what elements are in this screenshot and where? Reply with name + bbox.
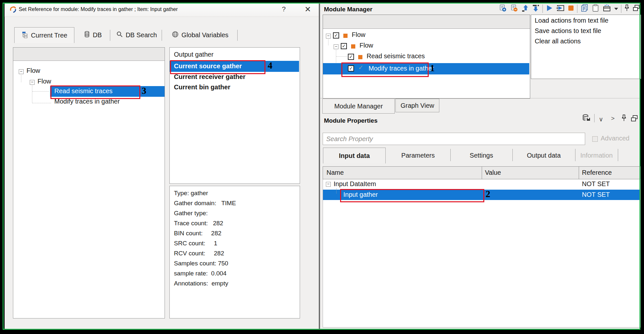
column-header-name[interactable]: Name [327,169,344,176]
callout-number-1: 1 [430,63,435,73]
tab-input-data[interactable]: Input data [323,148,386,163]
dropdown-arrow-icon[interactable] [614,8,618,10]
tab-separator [450,149,451,161]
run-selected-icon[interactable] [556,4,565,13]
tab-label: Settings [470,152,493,159]
chevron-down-icon[interactable]: ∨ [599,116,603,123]
mm-tree-item-flow-2[interactable]: Flow [360,42,373,49]
tab-graph-view[interactable]: Graph View [395,99,439,112]
mm-tree-item-read-seismic-traces[interactable]: Read seismic traces [367,52,425,60]
row-input-gather-name: Input gather [343,191,378,198]
expander-flow-1[interactable] [19,69,24,74]
list-item-current-bin-gather[interactable]: Current bin gather [174,84,230,91]
tab-separator [512,149,513,161]
tree-panel-header [13,48,165,61]
menu-item-save-actions[interactable]: Save actions to text file [535,27,601,35]
tab-label: Graph View [401,102,434,109]
advanced-checkbox[interactable] [592,136,598,142]
info-gather-domain: Gather domain: TIME [174,200,236,207]
tab-module-manager[interactable]: Module Manager [322,99,395,114]
tab-current-tree[interactable]: Current Tree [14,27,74,43]
tab-db-search[interactable]: DB Search [113,28,160,41]
row-input-dataitem-name[interactable]: Input DataItem [334,180,376,188]
run-icon[interactable] [546,4,553,13]
module-marker-icon [351,44,355,49]
tab-label: Output data [527,152,561,159]
tab-settings[interactable]: Settings [451,149,512,162]
tab-label: Module Manager [334,103,383,110]
globe-icon [172,31,179,39]
tab-label: Information [580,152,613,159]
tab-separator [618,149,618,161]
tab-db[interactable]: DB [77,28,109,41]
list-item-output-gather[interactable]: Output gather [174,51,213,58]
checkbox-modify-traces[interactable] [348,65,354,72]
move-up-icon[interactable] [521,4,529,14]
tree-item-flow-1[interactable]: Flow [27,67,40,74]
database-save-icon[interactable] [582,114,591,124]
checkbox-mm-flow-1[interactable] [333,32,339,39]
tree-item-read-seismic-traces[interactable]: Read seismic traces [50,86,165,97]
list-item-current-receiver-gather[interactable]: Current receiver gather [174,73,245,81]
info-bin-count: BIN count: 282 [174,230,221,237]
tree-connector [32,103,51,103]
menu-item-clear-actions[interactable]: Clear all actions [535,38,581,45]
tab-label: Parameters [401,152,435,159]
paste-icon[interactable] [592,4,599,14]
close-button[interactable]: ✕ [305,5,311,14]
pin-icon[interactable] [624,4,629,14]
expander-input-dataitem[interactable] [326,182,331,187]
dialog-title: Set Reference for module: Modify traces … [19,6,178,12]
cascade-windows-icon[interactable] [630,115,638,124]
expander-mm-flow-1[interactable] [326,34,331,39]
callout-number-3: 3 [142,85,146,96]
checkbox-read-seismic-traces[interactable] [348,54,354,60]
stop-icon[interactable] [568,5,574,13]
info-trace-count: Trace count: 282 [174,220,223,227]
tab-output-data[interactable]: Output data [513,149,574,162]
toolbar-separator [621,5,621,13]
toolbar-separator [542,5,543,13]
tab-label: Global Variables [181,31,228,39]
tab-global-variables[interactable]: Global Variables [164,28,236,41]
tree-icon [21,31,28,39]
info-samples-count: Samples count: 750 [174,260,228,267]
copy-flow-icon[interactable] [580,4,589,14]
app-logo-icon [9,6,17,15]
column-separator[interactable] [579,166,579,179]
info-sample-rate: sample rate: 0.004 [174,270,227,277]
column-header-reference[interactable]: Reference [582,169,612,176]
tree-connector [336,56,347,57]
chevron-right-icon[interactable]: > [611,115,615,122]
tab-separator [162,30,162,41]
module-marker-icon [343,34,348,38]
remove-module-icon[interactable] [510,4,518,14]
mm-tree-item-modify-traces[interactable]: Modify traces in gather [323,63,529,74]
row-input-gather[interactable]: Input gather NOT SET [323,190,640,200]
search-property-input[interactable] [323,133,585,145]
help-button[interactable]: ? [282,5,286,13]
add-module-icon[interactable] [499,4,507,14]
window-layout-icon[interactable] [602,4,611,14]
tree-item-modify-traces[interactable]: Modify traces in gather [54,98,120,105]
expander-mm-flow-2[interactable] [334,44,338,49]
column-header-value[interactable]: Value [485,169,501,176]
search-icon [116,31,123,39]
row-input-dataitem-reference[interactable]: NOT SET [582,180,610,188]
tree-item-flow-2[interactable]: Flow [38,78,51,85]
column-separator[interactable] [482,166,482,179]
checkbox-mm-flow-2[interactable] [341,43,347,49]
expander-flow-2[interactable] [30,80,35,85]
list-item-current-source-gather[interactable]: Current source gather [170,61,299,72]
move-down-icon[interactable] [532,4,540,14]
mm-tree-item-flow-1[interactable]: Flow [352,31,365,39]
tab-label: DB [93,31,102,39]
callout-number-2: 2 [486,189,490,199]
tab-parameters[interactable]: Parameters [386,149,450,162]
menu-item-load-actions[interactable]: Load actions from text file [535,17,608,24]
tab-separator [110,30,110,41]
module-manager-title: Module Manager [324,6,372,13]
tab-information[interactable]: Information [576,149,617,162]
pin-icon[interactable] [621,114,627,124]
cascade-windows-icon[interactable] [632,4,640,13]
